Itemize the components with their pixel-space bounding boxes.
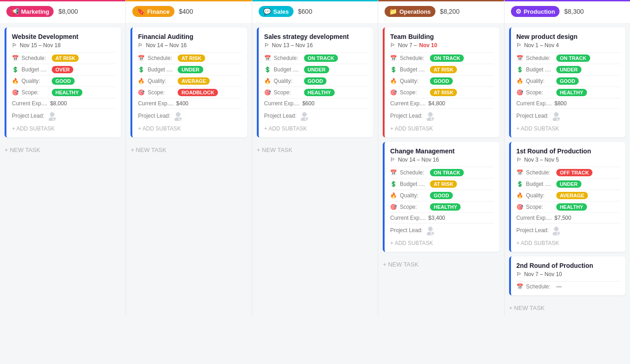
field-label-t4-3: Scope: xyxy=(400,89,427,96)
exp-row-t5: Current Exp.... $3,400 xyxy=(390,212,494,223)
exp-row-t1: Current Exp.... $8,000 xyxy=(12,98,115,109)
task-card-t7: 1st Round of Production🏳 Nov 3 – Nov 5 📅… xyxy=(509,142,625,252)
field-label-t8-0: Schedule: xyxy=(526,283,554,290)
svg-point-0 xyxy=(50,112,54,117)
exp-label-t2: Current Exp.... xyxy=(138,100,173,107)
lead-row-t1: Project Lead: + xyxy=(12,109,115,123)
field-row-t3-2: 🔥 Quality: GOOD xyxy=(264,75,368,87)
avatar-icon-t2: + xyxy=(173,111,183,121)
badge-t7-2: AVERAGE xyxy=(556,192,588,199)
field-icon-t6-2: 🔥 xyxy=(516,78,523,84)
badge-t5-1: AT RISK xyxy=(430,180,457,188)
new-task-finance[interactable]: + NEW TASK xyxy=(130,142,247,158)
field-icon-t3-2: 🔥 xyxy=(264,78,271,84)
field-label-t2-3: Scope: xyxy=(147,89,175,96)
svg-text:+: + xyxy=(558,232,559,235)
column-finance: 🔖 Finance $400 Financial Auditing🏳 Nov 1… xyxy=(126,0,252,316)
field-icon-t2-1: 💲 xyxy=(138,66,145,73)
lead-label-t4: Project Lead: xyxy=(390,113,423,119)
column-body-operations: Team Building🏳 Nov 7 – Nov 10 📅 Schedule… xyxy=(378,23,504,316)
task-title-t4: Team Building xyxy=(390,33,494,40)
date-icon-t8: 🏳 xyxy=(516,271,522,277)
field-label-t2-0: Schedule: xyxy=(147,55,175,61)
column-header-finance: 🔖 Finance $400 xyxy=(126,0,251,23)
field-icon-t1-2: 🔥 xyxy=(12,78,19,84)
column-operations: 📁 Operations $8,200 Team Building🏳 Nov 7… xyxy=(378,0,504,316)
field-row-t2-0: 📅 Schedule: AT RISK xyxy=(138,52,241,64)
lead-label-t1: Project Lead: xyxy=(12,113,44,119)
field-row-t7-1: 💲 Budget .... UNDER xyxy=(516,178,620,190)
field-label-t2-1: Budget .... xyxy=(147,66,175,73)
field-icon-t5-3: 🎯 xyxy=(390,204,397,210)
badge-t6-2: GOOD xyxy=(556,77,579,85)
task-card-t2: Financial Auditing🏳 Nov 14 – Nov 16 📅 Sc… xyxy=(130,27,247,137)
field-icon-t5-1: 💲 xyxy=(390,181,397,187)
task-date-t5: 🏳 Nov 14 – Nov 16 xyxy=(390,157,494,163)
lead-row-t3: Project Lead: + xyxy=(264,109,368,123)
field-label-t5-2: Quality: xyxy=(400,192,427,199)
exp-value-t4: $4,800 xyxy=(429,100,445,107)
badge-t2-0: AT RISK xyxy=(178,54,205,62)
lead-avatar-t1: + xyxy=(47,111,57,121)
svg-point-20 xyxy=(554,112,559,117)
lead-row-t4: Project Lead: + xyxy=(390,109,494,123)
svg-text:+: + xyxy=(305,117,307,120)
add-subtask-t2[interactable]: + ADD SUBTASK xyxy=(138,123,241,134)
field-row-t5-2: 🔥 Quality: GOOD xyxy=(390,190,494,201)
new-task-operations[interactable]: + NEW TASK xyxy=(383,256,499,272)
field-label-t7-2: Quality: xyxy=(526,192,554,199)
badge-t5-0: ON TRACK xyxy=(430,169,464,176)
badge-t7-3: HEALTHY xyxy=(556,203,587,211)
add-subtask-t7[interactable]: + ADD SUBTASK xyxy=(516,237,620,248)
add-subtask-t5[interactable]: + ADD SUBTASK xyxy=(390,237,494,248)
field-icon-t7-2: 🔥 xyxy=(516,192,523,199)
badge-t4-2: GOOD xyxy=(430,77,453,85)
date-text-t3: Nov 13 – Nov 16 xyxy=(272,42,313,49)
field-icon-t3-1: 💲 xyxy=(264,66,271,73)
column-body-finance: Financial Auditing🏳 Nov 14 – Nov 16 📅 Sc… xyxy=(126,23,251,316)
field-label-t1-1: Budget .... xyxy=(22,66,49,73)
lead-label-t6: Project Lead: xyxy=(516,113,549,119)
add-subtask-t6[interactable]: + ADD SUBTASK xyxy=(516,123,620,134)
new-task-marketing[interactable]: + NEW TASK xyxy=(5,142,121,158)
field-row-t1-3: 🎯 Scope: HEALTHY xyxy=(12,87,115,98)
field-row-t1-1: 💲 Budget .... OVER xyxy=(12,64,115,75)
svg-point-24 xyxy=(554,227,559,231)
new-task-sales[interactable]: + NEW TASK xyxy=(257,142,373,158)
badge-t2-3: ROADBLOCK xyxy=(178,89,218,96)
badge-t4-1: AT RISK xyxy=(430,66,457,73)
add-subtask-t4[interactable]: + ADD SUBTASK xyxy=(390,123,494,134)
date-text-t7: Nov 3 – Nov 5 xyxy=(524,157,559,163)
lead-avatar-t3: + xyxy=(299,111,310,121)
lead-label-t7: Project Lead: xyxy=(516,227,549,234)
field-row-t2-2: 🔥 Quality: AVERAGE xyxy=(138,75,241,87)
field-label-t3-3: Scope: xyxy=(274,89,301,96)
new-task-production[interactable]: + NEW TASK xyxy=(509,300,625,316)
exp-row-t3: Current Exp.... $600 xyxy=(264,98,368,109)
field-icon-t6-3: 🎯 xyxy=(516,89,523,96)
field-row-t6-1: 💲 Budget .... UNDER xyxy=(516,64,620,75)
add-subtask-t3[interactable]: + ADD SUBTASK xyxy=(264,123,368,134)
exp-value-t3: $600 xyxy=(302,100,315,107)
task-title-t1: Website Development xyxy=(12,33,115,40)
task-card-t6: New product design🏳 Nov 1 – Nov 4 📅 Sche… xyxy=(509,27,625,137)
date-icon-t1: 🏳 xyxy=(12,42,17,49)
field-label-t3-0: Schedule: xyxy=(274,55,301,61)
field-label-t4-1: Budget .... xyxy=(400,66,427,73)
task-date-t2: 🏳 Nov 14 – Nov 16 xyxy=(138,42,241,49)
badge-t1-2: GOOD xyxy=(52,77,75,85)
badge-t7-0: OFF TRACK xyxy=(556,169,593,176)
col-icon-finance: 🔖 xyxy=(137,8,145,15)
field-icon-t5-2: 🔥 xyxy=(390,192,397,199)
date-text-t5: Nov 14 – Nov 16 xyxy=(398,157,439,163)
field-icon-t4-0: 📅 xyxy=(390,55,397,61)
field-label-t6-1: Budget .... xyxy=(526,66,554,73)
field-label-t6-0: Schedule: xyxy=(526,55,554,61)
task-title-t5: Change Management xyxy=(390,147,494,155)
add-subtask-t1[interactable]: + ADD SUBTASK xyxy=(12,123,115,134)
date-icon-t4: 🏳 xyxy=(390,42,396,49)
avatar-icon-t4: + xyxy=(425,111,435,121)
field-row-t4-1: 💲 Budget .... AT RISK xyxy=(390,64,494,75)
col-label-marketing: Marketing xyxy=(21,8,49,15)
exp-value-t1: $8,000 xyxy=(50,100,67,107)
